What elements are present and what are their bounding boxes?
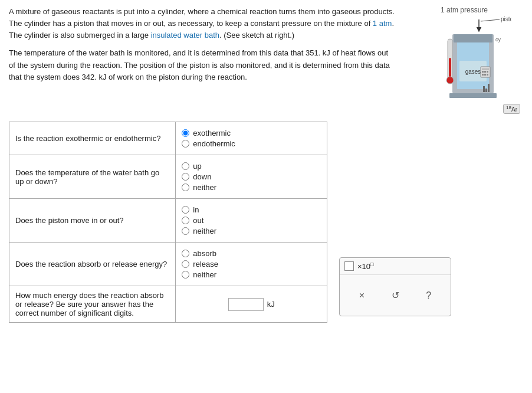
label-absorb: absorb: [193, 249, 216, 258]
radio-absorb[interactable]: [182, 250, 189, 257]
undo-button[interactable]: ↺: [388, 289, 403, 302]
label-exothermic: exothermic: [193, 129, 231, 137]
svg-text:cy: cy: [495, 37, 501, 42]
option-out[interactable]: out: [182, 216, 321, 225]
svg-rect-19: [487, 74, 488, 76]
svg-rect-21: [485, 89, 487, 92]
question-4-answers: absorb release neither: [176, 243, 327, 286]
paragraph-2: The temperature of the water bath is mon…: [9, 47, 396, 83]
label-out: out: [193, 216, 203, 225]
main-layout: Is the reaction exothermic or endothermi…: [9, 122, 523, 323]
svg-rect-18: [484, 74, 486, 76]
svg-rect-9: [449, 58, 451, 78]
radio-neither-4[interactable]: [182, 271, 189, 279]
problem-text: A mixture of gaseous reactants is put in…: [9, 6, 396, 111]
option-up[interactable]: up: [182, 162, 321, 171]
question-1-text: Is the reaction exothermic or endothermi…: [9, 122, 176, 155]
kj-unit-label: kJ: [267, 300, 275, 309]
cylinder-image: piston gases: [417, 17, 511, 111]
table-row: Does the piston move in or out? in out n…: [9, 199, 327, 243]
question-2-text: Does the temperature of the water bath g…: [9, 155, 176, 199]
option-neither-3[interactable]: neither: [182, 227, 321, 235]
ar-badge: 18Ar: [503, 104, 520, 114]
option-neither-4[interactable]: neither: [182, 270, 321, 279]
x10-checkbox[interactable]: [344, 261, 354, 271]
atm-pressure-label: 1 atm pressure: [441, 6, 488, 14]
radio-endothermic[interactable]: [182, 140, 189, 148]
radio-in[interactable]: [182, 206, 189, 214]
label-up: up: [193, 162, 201, 171]
label-neither-3: neither: [193, 227, 216, 235]
svg-rect-20: [483, 86, 485, 92]
close-button[interactable]: ×: [356, 289, 368, 302]
paragraph-1: A mixture of gaseous reactants is put in…: [9, 6, 396, 41]
option-in[interactable]: in: [182, 205, 321, 214]
question-5-text: How much energy does the reaction absorb…: [9, 286, 176, 323]
exponent-label: □: [370, 261, 373, 267]
water-bath-highlight: insulated water bath: [151, 31, 219, 40]
cylinder-diagram: 1 atm pressure piston: [405, 6, 523, 111]
atm-highlight: 1 atm: [373, 19, 392, 28]
label-neither-4: neither: [193, 270, 216, 279]
radio-out[interactable]: [182, 217, 189, 224]
svg-text:gases: gases: [465, 68, 481, 75]
radio-up[interactable]: [182, 162, 189, 170]
option-absorb[interactable]: absorb: [182, 249, 321, 258]
radio-neither-2[interactable]: [182, 184, 189, 191]
question-5-answer: kJ: [176, 286, 327, 323]
svg-rect-5: [454, 34, 492, 42]
option-neither-2[interactable]: neither: [182, 183, 321, 192]
option-endothermic[interactable]: endothermic: [182, 139, 321, 148]
svg-text:piston: piston: [501, 17, 511, 22]
svg-point-10: [446, 77, 454, 84]
tool-panel: ×10□ × ↺ ?: [339, 257, 451, 316]
svg-rect-22: [488, 84, 490, 92]
svg-line-1: [481, 19, 500, 21]
option-exothermic[interactable]: exothermic: [182, 129, 321, 137]
question-3-answers: in out neither: [176, 199, 327, 243]
radio-down[interactable]: [182, 173, 189, 181]
svg-rect-15: [484, 71, 486, 73]
table-row: Does the temperature of the water bath g…: [9, 155, 327, 199]
x10-label: ×10□: [357, 261, 374, 271]
tool-panel-bottom: × ↺ ?: [340, 275, 451, 316]
svg-rect-17: [482, 74, 484, 76]
energy-value-input[interactable]: [228, 298, 264, 311]
svg-rect-11: [449, 93, 497, 98]
radio-exothermic[interactable]: [182, 129, 189, 137]
option-release[interactable]: release: [182, 260, 321, 268]
energy-input-wrapper: kJ: [182, 298, 321, 311]
label-release: release: [193, 260, 218, 268]
svg-rect-14: [482, 71, 484, 73]
question-table: Is the reaction exothermic or endothermi…: [9, 122, 327, 323]
table-row: How much energy does the reaction absorb…: [9, 286, 327, 323]
label-in: in: [193, 205, 199, 214]
radio-neither-3[interactable]: [182, 227, 189, 235]
table-row: Is the reaction exothermic or endothermi…: [9, 122, 327, 155]
question-1-answers: exothermic endothermic: [176, 122, 327, 155]
label-down: down: [193, 172, 211, 181]
label-neither-2: neither: [193, 183, 216, 192]
svg-rect-16: [487, 71, 488, 73]
tool-panel-top: ×10□: [340, 258, 451, 275]
question-2-answers: up down neither: [176, 155, 327, 199]
question-4-text: Does the reaction absorb or release ener…: [9, 243, 176, 286]
radio-release[interactable]: [182, 260, 189, 268]
help-button[interactable]: ?: [422, 289, 435, 302]
question-3-text: Does the piston move in or out?: [9, 199, 176, 243]
table-row: Does the reaction absorb or release ener…: [9, 243, 327, 286]
label-endothermic: endothermic: [193, 139, 235, 148]
option-down[interactable]: down: [182, 172, 321, 181]
